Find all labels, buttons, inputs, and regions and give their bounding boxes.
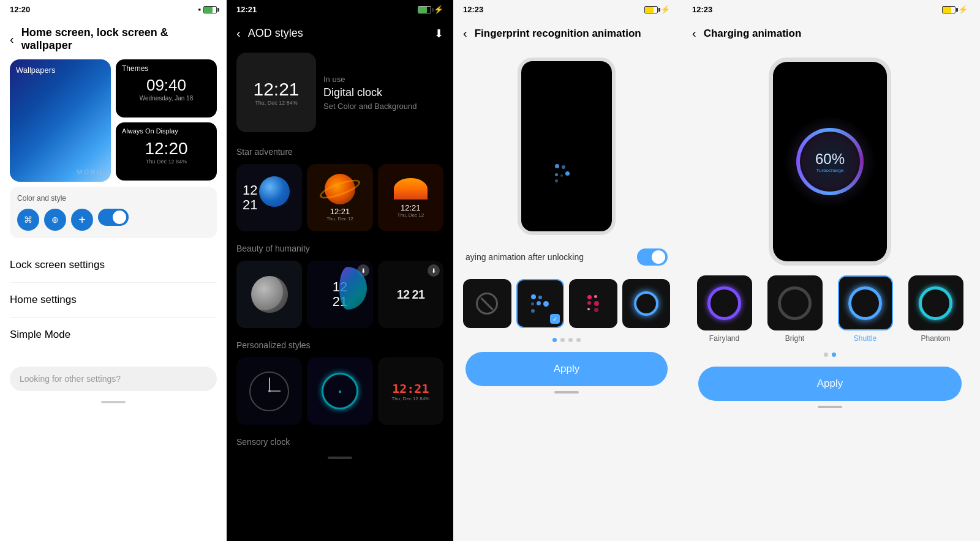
planet-circle [259, 176, 290, 207]
aod-item-neon-circle[interactable]: ● [307, 357, 372, 425]
add-button[interactable]: + [71, 209, 93, 231]
header-2: ‹ AOD styles ⬇ [227, 19, 453, 48]
charging-phone-mockup: 60% Turbocharge [769, 58, 891, 266]
aod-item-planet[interactable]: 1221 [236, 164, 302, 231]
ring-glow-outer [784, 116, 876, 207]
back-button-3[interactable]: ‹ [463, 26, 467, 40]
aod-preview-card[interactable]: 12:21 Thu, Dec 12 84% [236, 53, 316, 132]
right-col: Themes 09:40 Wednesday, Jan 18 Always On… [116, 59, 217, 182]
status-time-4: 12:23 [692, 5, 712, 14]
menu-item-home-settings[interactable]: Home settings [10, 283, 217, 318]
section-star-adventure: Star adventure [227, 142, 453, 162]
no-anim-icon [476, 293, 498, 315]
page-title-4: Charging animation [704, 28, 802, 40]
bluetooth-button[interactable]: ⊕ [44, 209, 66, 231]
saturn-time: 12:21 [330, 207, 350, 216]
neon-circle: ● [322, 373, 358, 409]
dot-4-2 [832, 353, 836, 357]
color-style-card[interactable]: Color and style ⌘ ⊕ + [10, 187, 217, 238]
header-3: ‹ Fingerprint recognition animation [453, 19, 680, 48]
aod-in-use-text: In use Digital clock Set Color and Backg… [323, 75, 417, 111]
apply-button-3[interactable]: Apply [466, 352, 668, 386]
orange-dome [394, 178, 428, 200]
dot-1 [552, 338, 557, 342]
aod-item-saturn[interactable]: 12:21 Thu, Dec 12 [307, 164, 372, 231]
fp-dots [555, 164, 570, 182]
aod-preview-date: Thu, Dec 12 84% [255, 100, 298, 106]
charging-style-bright[interactable]: Bright [763, 275, 827, 343]
shuttle-ring [848, 286, 882, 320]
back-button-2[interactable]: ‹ [236, 26, 241, 40]
aod-label: Always On Display [122, 127, 178, 135]
battery-icon-1 [203, 6, 217, 13]
anim-option-particles[interactable] [569, 279, 617, 328]
charging-style-phantom[interactable]: Phantom [903, 275, 968, 343]
color-style-label: Color and style [17, 194, 209, 203]
animation-options: ✓ [453, 274, 680, 333]
section-personalized: Personalized styles [227, 335, 453, 355]
download-icon[interactable]: ⬇ [434, 27, 443, 40]
status-bar-1: 12:20 ▪ [0, 0, 227, 19]
menu-list: Lock screen settings Home settings Simpl… [0, 243, 227, 357]
themes-time: 09:40 [146, 76, 186, 95]
apply-button-4[interactable]: Apply [698, 367, 962, 401]
status-bar-3: 12:23 ⚡ [453, 0, 680, 19]
wallpaper-card[interactable]: Wallpapers MOBIL [10, 59, 111, 182]
charging-style-shuttle[interactable]: Shuttle [833, 275, 897, 343]
page-title-1: Home screen, lock screen & wallpaper [21, 26, 217, 52]
dot-4 [576, 338, 581, 342]
panel-fingerprint: 12:23 ⚡ ‹ Fingerprint recognition animat… [453, 0, 680, 541]
panel-charging: 12:23 ⚡ ‹ Charging animation 60% [680, 0, 980, 541]
download-badge-glitch: ⬇ [428, 264, 440, 277]
phone-preview-container [453, 48, 680, 240]
aod-item-orange[interactable]: 12:21 Thu, Dec 12 [378, 164, 443, 231]
red-digital-content: 12:21 Thu, Dec 12 84% [391, 381, 429, 401]
dot-3 [568, 338, 573, 342]
back-button-4[interactable]: ‹ [692, 26, 696, 40]
back-button-1[interactable]: ‹ [10, 32, 14, 47]
charging-style-fairyland[interactable]: Fairyland [692, 275, 756, 343]
menu-item-simple-mode[interactable]: Simple Mode [10, 318, 217, 352]
watermark-1: MOBIL [77, 168, 105, 176]
dot-4-1 [824, 353, 828, 357]
color-buttons: ⌘ ⊕ + [17, 209, 209, 231]
aod-item-analog[interactable] [236, 357, 302, 425]
status-icons-2: ⚡ [418, 5, 443, 14]
aod-item-glitch[interactable]: ⬇ 12 21 [378, 261, 443, 328]
shuttle-label: Shuttle [854, 334, 876, 343]
fairyland-ring [707, 286, 741, 320]
section-beauty: Beauty of humanity [227, 239, 453, 258]
aod-item-fish[interactable]: ⬇ 1221 [307, 261, 372, 328]
status-bar-2: 12:21 ⚡ [227, 0, 453, 19]
phone-screen-3 [521, 61, 612, 231]
menu-item-lock-screen[interactable]: Lock screen settings [10, 248, 217, 283]
search-bar[interactable]: Looking for other settings? [10, 367, 217, 391]
scroll-indicator-4 [818, 406, 842, 408]
shuttle-thumb [838, 275, 893, 330]
wifi-button[interactable]: ⌘ [17, 209, 39, 231]
toggle-button[interactable] [98, 209, 129, 226]
status-icons-3: ⚡ [644, 5, 670, 14]
aod-date: Thu Dec 12 84% [146, 159, 187, 165]
aod-item-moon[interactable] [236, 261, 302, 328]
lightning-icon-2: ⚡ [434, 5, 443, 14]
saturn-content: 12:21 Thu, Dec 12 [307, 164, 372, 231]
themes-date: Wednesday, Jan 18 [140, 95, 193, 102]
themes-label: Themes [122, 64, 148, 73]
themes-card[interactable]: Themes 09:40 Wednesday, Jan 18 [116, 59, 217, 118]
battery-icon-3 [644, 6, 658, 13]
status-icons-4: ⚡ [942, 5, 968, 14]
star-adventure-grid: 1221 12:21 Thu, Dec 12 12:21 Thu, Dec 12 [227, 162, 453, 239]
bright-label: Bright [785, 334, 804, 343]
toggle-switch-3[interactable] [637, 248, 668, 266]
fairyland-label: Fairyland [709, 334, 739, 343]
anim-option-dots[interactable]: ✓ [516, 279, 565, 328]
phone-mockup-3 [518, 58, 616, 235]
anim-option-ring[interactable] [622, 279, 671, 328]
aod-card[interactable]: Always On Display 12:20 Thu Dec 12 84% [116, 122, 217, 181]
anim-option-none[interactable] [463, 279, 511, 328]
charging-styles-row: Fairyland Bright Shuttle Phantom [680, 270, 980, 348]
saturn-planet [325, 174, 355, 204]
aod-item-red-digital[interactable]: 12:21 Thu, Dec 12 84% [378, 357, 443, 425]
charging-ring-wrapper: 60% Turbocharge [796, 128, 864, 195]
